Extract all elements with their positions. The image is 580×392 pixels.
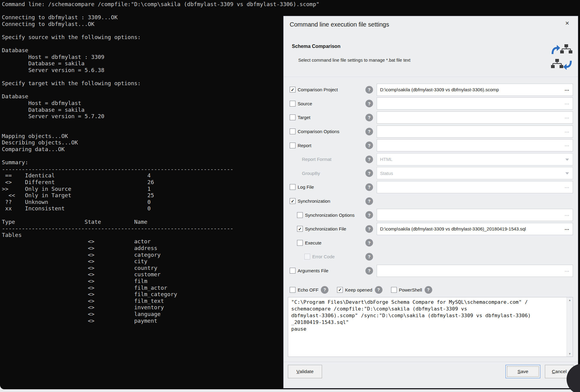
browse-button[interactable]: … — [564, 212, 570, 217]
label-target: Target — [298, 115, 310, 120]
header-separator — [284, 77, 578, 77]
checkbox-synchronization-file[interactable]: ✓ — [297, 226, 303, 232]
checkbox-comparison-options[interactable] — [290, 129, 295, 134]
sync-arrow-left — [563, 61, 572, 70]
label-execute: Execute — [305, 240, 321, 245]
checkbox-comparison-project[interactable]: ✓ — [290, 87, 295, 93]
selected-value: HTML — [380, 157, 393, 162]
label-error-code: Error Code — [312, 254, 335, 259]
browse-button[interactable]: … — [564, 184, 570, 189]
checkbox-synchronization[interactable]: ✓ — [290, 198, 295, 204]
input-arguments-file[interactable]: … — [377, 265, 573, 277]
field-value: D:\comp\sakila (dbfmylast-3309 vs dbfmyl… — [380, 87, 499, 92]
setting-row-target: Target?… — [290, 111, 573, 125]
section-title: Schema Comparison — [292, 44, 340, 49]
checkbox-target[interactable] — [290, 114, 295, 120]
select-report-format[interactable]: HTML — [377, 153, 573, 165]
flag-echo-off: Echo OFF? — [290, 286, 328, 294]
label-powershell: PowerShell — [399, 287, 422, 292]
help-icon[interactable]: ? — [365, 197, 373, 205]
chevron-down-icon[interactable] — [565, 158, 569, 161]
checkbox-error-code[interactable] — [304, 254, 310, 260]
checkbox-echo-off[interactable] — [290, 287, 295, 293]
help-icon[interactable]: ? — [375, 286, 382, 294]
browse-button[interactable]: … — [564, 128, 570, 134]
help-icon[interactable]: ? — [365, 169, 373, 177]
help-icon[interactable]: ? — [365, 211, 373, 219]
section-subtitle: Select command line file settings to man… — [298, 58, 411, 63]
scroll-up-icon[interactable]: ▲ — [567, 299, 573, 302]
setting-row-groupby: GroupBy?Status — [290, 166, 573, 180]
dialog-rows: ✓Comparison Project?D:\comp\sakila (dbfm… — [290, 83, 573, 278]
label-source: Source — [298, 101, 312, 106]
checkbox-log-file[interactable] — [290, 184, 295, 190]
chevron-down-icon[interactable] — [565, 172, 569, 175]
input-log-file[interactable]: … — [377, 181, 573, 193]
help-icon[interactable]: ? — [365, 225, 373, 233]
help-icon[interactable]: ? — [425, 286, 432, 294]
help-icon[interactable]: ? — [321, 286, 328, 294]
help-icon[interactable]: ? — [365, 155, 373, 163]
checkbox-report[interactable] — [290, 143, 295, 148]
browse-button[interactable]: … — [564, 142, 570, 147]
browse-button[interactable]: … — [564, 226, 570, 231]
label-synchronization-options: Synchronization Options — [305, 212, 355, 218]
checkbox-arguments-file[interactable] — [290, 268, 295, 274]
checkbox-synchronization-options[interactable] — [297, 212, 303, 218]
input-synchronization-options[interactable]: … — [377, 209, 573, 221]
select-groupby[interactable]: Status — [377, 167, 573, 179]
checkbox-keep-opened[interactable]: ✓ — [337, 287, 343, 293]
input-report[interactable]: … — [377, 139, 573, 151]
help-icon[interactable]: ? — [365, 239, 373, 247]
help-icon[interactable]: ? — [365, 114, 373, 121]
setting-row-source: Source?… — [290, 97, 573, 111]
flag-powershell: PowerShell? — [391, 286, 432, 294]
screenshot-root: Command line: /schemacompare /compfile:"… — [0, 0, 580, 392]
setting-row-synchronization-options: Synchronization Options?… — [290, 208, 573, 222]
bat-option-flags: Echo OFF?✓Keep opened?PowerShell? — [290, 284, 441, 296]
browse-button[interactable]: … — [564, 114, 570, 120]
browse-button[interactable]: … — [564, 100, 570, 106]
setting-row-arguments-file: Arguments File?… — [290, 264, 573, 278]
bat-text[interactable]: "C:\Program Files\Devart\dbForge Schema … — [288, 297, 573, 334]
setting-row-comparison-project: ✓Comparison Project?D:\comp\sakila (dbfm… — [290, 83, 573, 97]
dialog-title: Command line execution file settings — [290, 21, 389, 28]
help-icon[interactable]: ? — [365, 128, 373, 135]
checkbox-powershell[interactable] — [391, 287, 397, 293]
save-button[interactable]: Save — [506, 365, 540, 378]
label-comparison-project: Comparison Project — [298, 87, 338, 92]
input-comparison-project[interactable]: D:\comp\sakila (dbfmylast-3309 vs dbfmyl… — [377, 84, 573, 96]
schema-comparison-icon — [551, 44, 572, 71]
label-comparison-options: Comparison Options — [298, 129, 339, 134]
command-line-settings-dialog: Command line execution file settings ✕ S… — [283, 16, 578, 388]
validate-button[interactable]: Validate — [288, 365, 322, 378]
input-source[interactable]: … — [377, 97, 573, 110]
setting-row-execute: Execute? — [290, 236, 573, 250]
scroll-down-icon[interactable]: ▼ — [567, 352, 573, 355]
browse-button[interactable]: … — [564, 267, 570, 273]
field-value: D:\comp\sakila (dbfmylast-3309 vs dbfmyl… — [380, 226, 526, 231]
help-icon[interactable]: ? — [365, 100, 373, 107]
help-icon[interactable]: ? — [365, 253, 373, 260]
input-comparison-options[interactable]: … — [377, 125, 573, 138]
checkbox-source[interactable] — [290, 101, 295, 107]
setting-row-log-file: Log File?… — [290, 180, 573, 194]
scrollbar[interactable]: ▲ ▼ — [567, 297, 573, 357]
input-synchronization-file[interactable]: D:\comp\sakila (dbfmylast-3309 vs dbfmyl… — [377, 223, 573, 235]
label-synchronization: Synchronization — [298, 198, 330, 204]
help-icon[interactable]: ? — [365, 142, 373, 149]
bat-text-box[interactable]: "C:\Program Files\Devart\dbForge Schema … — [288, 297, 573, 357]
label-log-file: Log File — [298, 184, 314, 190]
sync-arrow-right — [552, 45, 560, 54]
help-icon[interactable]: ? — [365, 86, 373, 93]
input-target[interactable]: … — [377, 111, 573, 124]
setting-row-error-code: Error Code? — [290, 250, 573, 264]
help-icon[interactable]: ? — [365, 183, 373, 191]
help-icon[interactable]: ? — [365, 267, 373, 274]
label-keep-opened: Keep opened — [345, 287, 372, 292]
close-icon[interactable]: ✕ — [563, 19, 571, 27]
checkbox-execute[interactable] — [297, 240, 303, 246]
browse-button[interactable]: … — [564, 86, 570, 92]
setting-row-synchronization: ✓Synchronization? — [290, 194, 573, 208]
setting-row-report-format: Report Format?HTML — [290, 152, 573, 166]
